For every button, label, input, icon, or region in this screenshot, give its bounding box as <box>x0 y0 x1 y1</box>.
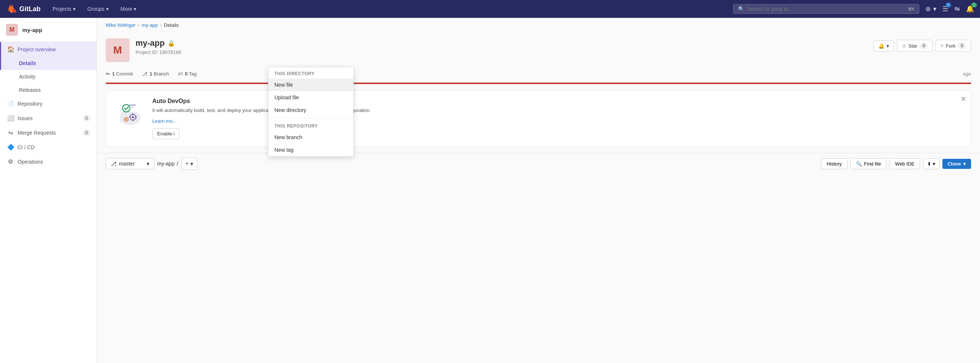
clone-button[interactable]: Clone ▾ <box>942 159 971 169</box>
svg-rect-13 <box>129 107 134 108</box>
project-id: Project ID: 19078199 <box>135 49 867 55</box>
auto-devops-banner: Auto DevOps It will automatically build,… <box>106 90 971 147</box>
svg-rect-12 <box>129 105 136 106</box>
lock-icon: 🔒 <box>167 40 175 47</box>
home-icon: 🏠 <box>7 46 14 53</box>
chevron-down-icon: ▾ <box>963 161 966 166</box>
merge-requests-button[interactable]: ⇋ <box>954 5 960 13</box>
add-file-dropdown: This directory New file Upload file New … <box>268 67 354 157</box>
svg-point-4 <box>132 116 134 118</box>
breadcrumb-current: Details <box>164 22 179 28</box>
sidebar-item-label: Merge Requests <box>18 130 56 136</box>
sidebar-subitem-label: Details <box>19 60 36 66</box>
web-ide-button[interactable]: Web IDE <box>889 159 920 169</box>
sidebar-item-cicd[interactable]: 🔷 CI / CD <box>0 140 96 154</box>
project-info: my-app 🔒 Project ID: 19078199 <box>135 38 867 55</box>
breadcrumb-project[interactable]: my-app <box>142 22 158 28</box>
upload-file-item[interactable]: Upload file <box>269 91 353 104</box>
merge-requests-badge: 0 <box>83 130 91 136</box>
this-repository-header: This repository <box>269 120 353 131</box>
svg-rect-5 <box>132 113 134 115</box>
sidebar-project-name: my-app <box>22 27 42 33</box>
plus-button[interactable]: ⊕ ▾ <box>925 5 936 13</box>
plus-icon: + <box>185 160 189 167</box>
sidebar-item-label: CI / CD <box>18 144 35 150</box>
commits-stat[interactable]: ⇋ 1 Commit <box>106 71 133 77</box>
merge-request-icon: ⇋ <box>954 5 960 13</box>
chevron-down-icon: ▾ <box>106 6 109 12</box>
main-layout: M my-app 🏠 Project overview Details Acti… <box>0 18 980 363</box>
projects-menu[interactable]: Projects ▾ <box>49 5 79 13</box>
issues-badge: 0 <box>83 115 91 121</box>
gitlab-logo[interactable]: GitLab <box>6 4 41 14</box>
sidebar-item-details[interactable]: Details <box>0 57 96 70</box>
svg-rect-6 <box>132 119 134 121</box>
learn-more-link[interactable]: Learn mo... <box>152 118 177 124</box>
operations-icon: ⚙ <box>7 158 14 165</box>
plus-icon: ⊕ <box>925 5 931 13</box>
new-branch-item[interactable]: New branch <box>269 131 353 144</box>
project-avatar-large: M <box>106 38 130 62</box>
history-button[interactable]: History <box>821 159 847 169</box>
sidebar-subitem-label: Activity <box>19 74 35 79</box>
branch-icon: ⎇ <box>111 161 116 166</box>
topnav-icons: ⊕ ▾ ☰ 6 ⇋ 🔔 2 <box>925 5 974 13</box>
sidebar-item-label: Issues <box>18 115 32 121</box>
sidebar-item-releases[interactable]: Releases <box>0 83 96 97</box>
sidebar-item-repository[interactable]: 📄 Repository <box>0 97 96 111</box>
sidebar-project-header: M my-app <box>0 18 96 42</box>
new-directory-item[interactable]: New directory <box>269 104 353 116</box>
more-menu[interactable]: More ▾ <box>118 5 140 13</box>
commit-icon: ⇋ <box>106 71 110 77</box>
breadcrumb-separator: › <box>138 22 139 28</box>
star-button[interactable]: ☆ Star 0 <box>897 40 933 52</box>
search-bar[interactable]: 🔍 ⌘K <box>733 4 919 14</box>
todo-button[interactable]: ☰ 6 <box>942 5 948 13</box>
find-file-button[interactable]: 🔍 Find file <box>850 159 887 169</box>
chevron-down-icon: ▾ <box>190 160 193 167</box>
groups-menu[interactable]: Groups ▾ <box>84 5 112 13</box>
main-content: Mike Nöthiger › my-app › Details M my-ap… <box>97 18 980 363</box>
new-file-item[interactable]: New file <box>269 78 353 91</box>
project-name: my-app 🔒 <box>135 38 867 48</box>
merge-requests-icon: ⇋ <box>7 129 14 136</box>
branch-selector[interactable]: ⎇ master ▾ <box>106 158 154 169</box>
breadcrumb: Mike Nöthiger › my-app › Details <box>97 18 980 32</box>
search-icon: 🔍 <box>856 161 862 166</box>
logo-text: GitLab <box>19 5 41 13</box>
breadcrumb-user[interactable]: Mike Nöthiger <box>106 22 135 28</box>
storage-info: age <box>963 71 971 77</box>
sidebar-item-label: Repository <box>18 101 43 107</box>
download-button[interactable]: ⬇ ▾ <box>923 159 939 169</box>
new-tag-item[interactable]: New tag <box>269 144 353 156</box>
tags-stat[interactable]: 🏷 0 Tag <box>178 71 197 77</box>
sidebar-item-operations[interactable]: ⚙ Operations <box>0 154 96 169</box>
fork-button[interactable]: ⑂ Fork 0 <box>936 40 971 52</box>
chevron-down-icon: ▾ <box>73 6 76 12</box>
star-icon: ☆ <box>902 43 906 49</box>
sidebar-item-activity[interactable]: Activity <box>0 70 96 83</box>
sidebar-item-label: Operations <box>18 159 43 165</box>
sidebar-item-issues[interactable]: ⬜ Issues 0 <box>0 111 96 125</box>
search-icon: 🔍 <box>738 6 744 12</box>
chevron-down-icon: ▾ <box>933 5 936 13</box>
this-directory-header: This directory <box>269 67 353 78</box>
stats-bar: ⇋ 1 Commit ⎇ 1 Branch 🏷 0 Tag age <box>97 68 980 82</box>
topnav: GitLab Projects ▾ Groups ▾ More ▾ 🔍 ⌘K ⊕… <box>0 0 980 18</box>
sidebar-item-label: Project overview <box>18 46 56 52</box>
chevron-down-icon: ▾ <box>147 161 149 166</box>
project-avatar: M <box>6 24 18 36</box>
svg-rect-8 <box>135 116 137 118</box>
enable-auto-devops-button[interactable]: Enable i <box>152 128 180 139</box>
sidebar-item-merge-requests[interactable]: ⇋ Merge Requests 0 <box>0 125 96 140</box>
branches-stat[interactable]: ⎇ 1 Branch <box>142 71 169 77</box>
project-header: M my-app 🔒 Project ID: 19078199 🔔 ▾ ☆ <box>97 32 980 68</box>
search-input[interactable] <box>747 6 908 12</box>
sidebar-item-project-overview[interactable]: 🏠 Project overview <box>0 42 96 57</box>
notifications-button[interactable]: 🔔 2 <box>966 5 974 13</box>
close-banner-button[interactable]: ✕ <box>961 95 966 103</box>
sidebar: M my-app 🏠 Project overview Details Acti… <box>0 18 97 363</box>
cicd-icon: 🔷 <box>7 144 14 151</box>
add-file-button[interactable]: + ▾ <box>181 158 197 170</box>
notifications-dropdown[interactable]: 🔔 ▾ <box>873 41 894 51</box>
